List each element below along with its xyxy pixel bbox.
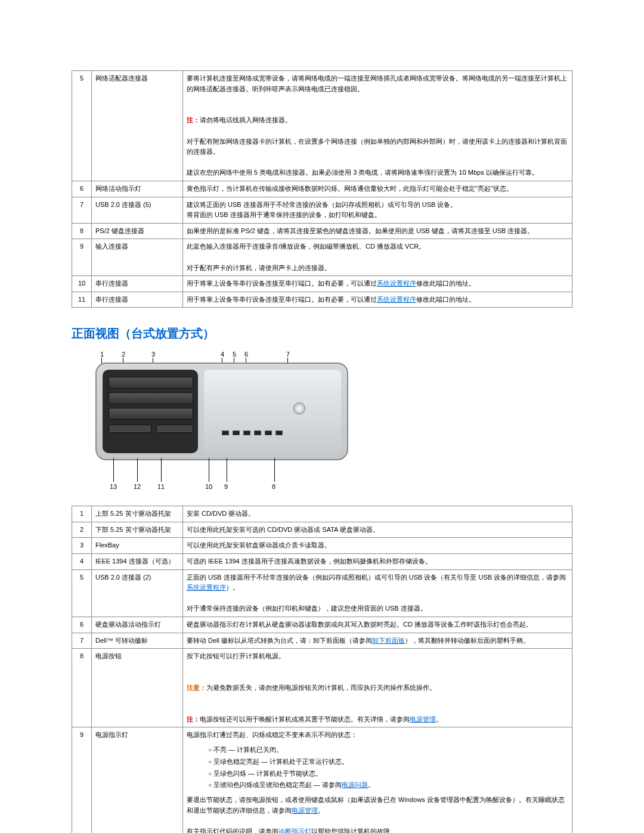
back-panel-table: 5 网络适配器连接器 要将计算机连接至网络或宽带设备，请将网络电缆的一端连接至网… bbox=[72, 70, 572, 308]
row-body: 要将计算机连接至网络或宽带设备，请将网络电缆的一端连接至网络插孔或者网络或宽带设… bbox=[183, 71, 572, 181]
power-problems-link[interactable]: 电源问题 bbox=[342, 781, 368, 788]
front-view-figure: 1 2 3 4 5 6 7 13 12 11 10 9 8 bbox=[72, 351, 572, 494]
front-view-heading: 正面视图（台式放置方式） bbox=[72, 326, 572, 342]
diagnostic-lights-link[interactable]: 诊断指示灯 bbox=[278, 828, 311, 833]
power-management-link[interactable]: 电源管理 bbox=[292, 807, 318, 814]
system-setup-link[interactable]: 系统设置程序 bbox=[377, 296, 416, 303]
front-panel-table: 1上部 5.25 英寸驱动器托架安装 CD/DVD 驱动器。 2下部 5.25 … bbox=[72, 506, 572, 833]
system-setup-link[interactable]: 系统设置程序 bbox=[377, 280, 416, 287]
note-label: 注： bbox=[187, 116, 200, 123]
power-led-states-list: 不亮 — 计算机已关闭。 呈绿色稳定亮起 — 计算机处于正常运行状态。 呈绿色闪… bbox=[208, 744, 568, 791]
row-label: 网络适配器连接器 bbox=[92, 71, 183, 181]
caution-label: 注意： bbox=[187, 684, 206, 691]
computer-device-illustration bbox=[95, 363, 348, 460]
remove-front-panel-link[interactable]: 卸下前面板 bbox=[372, 637, 405, 644]
note-label: 注： bbox=[187, 716, 200, 723]
system-setup-link[interactable]: 系统设置程序 bbox=[187, 584, 226, 591]
power-management-link[interactable]: 电源管理 bbox=[410, 716, 436, 723]
row-num: 5 bbox=[72, 71, 92, 181]
